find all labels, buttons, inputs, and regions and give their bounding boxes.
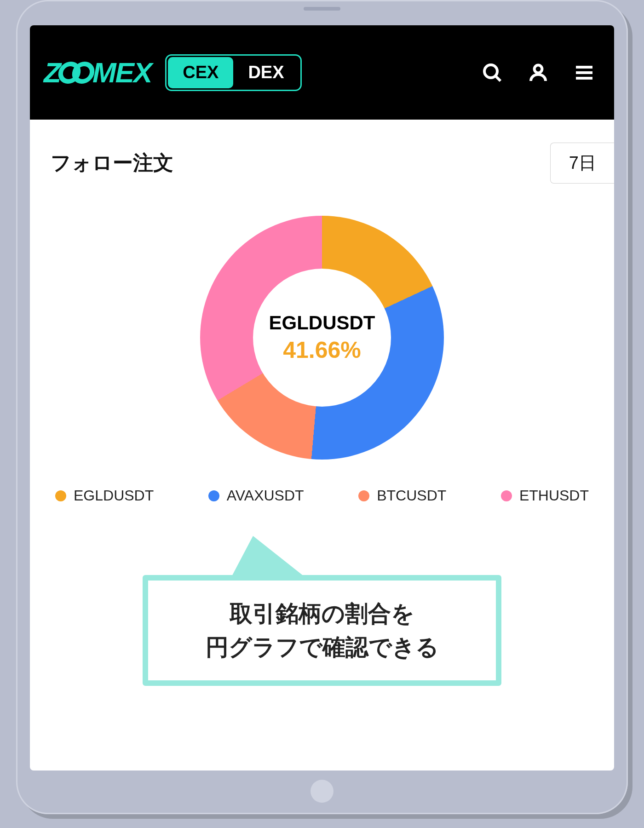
callout-text: 取引銘柄の割合を 円グラフで確認できる bbox=[143, 575, 501, 686]
tablet-frame: Z MEX CEX DEX フォロー注文 7日 bbox=[16, 0, 628, 814]
section-title: フォロー注文 bbox=[51, 150, 173, 177]
toggle-cex[interactable]: CEX bbox=[168, 57, 233, 88]
svg-point-0 bbox=[484, 65, 497, 78]
chart-legend: EGLDUSDTAVAXUSDTBTCUSDTETHUSDT bbox=[51, 487, 593, 504]
legend-label: ETHUSDT bbox=[519, 487, 589, 504]
svg-line-1 bbox=[496, 76, 500, 81]
legend-dot-icon bbox=[208, 490, 219, 501]
menu-icon[interactable] bbox=[568, 57, 600, 89]
annotation-callout: 取引銘柄の割合を 円グラフで確認できる bbox=[143, 575, 501, 686]
donut-center-label: EGLDUSDT bbox=[269, 312, 375, 334]
account-icon[interactable] bbox=[522, 57, 554, 89]
legend-item: AVAXUSDT bbox=[208, 487, 304, 504]
date-range-selector[interactable]: 7日 bbox=[550, 143, 614, 184]
legend-item: BTCUSDT bbox=[358, 487, 446, 504]
section-header: フォロー注文 7日 bbox=[51, 143, 593, 184]
app-header: Z MEX CEX DEX bbox=[30, 25, 614, 120]
callout-arrow-icon bbox=[230, 536, 308, 580]
app-screen: Z MEX CEX DEX フォロー注文 7日 bbox=[30, 25, 614, 770]
legend-dot-icon bbox=[55, 490, 66, 501]
exchange-toggle[interactable]: CEX DEX bbox=[165, 54, 301, 91]
tablet-speaker bbox=[304, 7, 340, 11]
brand-logo[interactable]: Z MEX bbox=[44, 56, 151, 89]
toggle-dex[interactable]: DEX bbox=[233, 57, 299, 88]
logo-oo-icon bbox=[58, 62, 94, 84]
callout-line1: 取引銘柄の割合を bbox=[230, 601, 414, 627]
legend-item: ETHUSDT bbox=[501, 487, 589, 504]
donut-center: EGLDUSDT 41.66% bbox=[253, 269, 391, 407]
content-area: フォロー注文 7日 EGLDUSDT 41.66% EGLDUSDTAVAXUS… bbox=[30, 120, 614, 504]
legend-dot-icon bbox=[501, 490, 512, 501]
legend-item: EGLDUSDT bbox=[55, 487, 154, 504]
search-icon[interactable] bbox=[476, 57, 508, 89]
callout-line2: 円グラフで確認できる bbox=[206, 634, 439, 660]
tablet-home-button[interactable] bbox=[310, 780, 334, 803]
svg-point-2 bbox=[535, 65, 542, 73]
legend-label: EGLDUSDT bbox=[74, 487, 154, 504]
legend-label: BTCUSDT bbox=[377, 487, 446, 504]
legend-dot-icon bbox=[358, 490, 369, 501]
donut-center-value: 41.66% bbox=[283, 337, 361, 363]
legend-label: AVAXUSDT bbox=[227, 487, 304, 504]
allocation-donut-chart: EGLDUSDT 41.66% bbox=[200, 216, 444, 460]
